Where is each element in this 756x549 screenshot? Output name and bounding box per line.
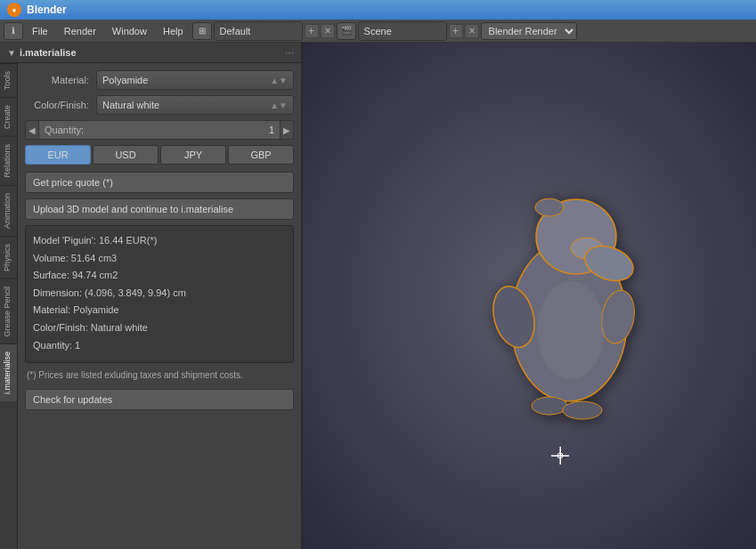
tab-animation[interactable]: Animation (0, 185, 17, 236)
blender-logo: ● (7, 3, 21, 17)
file-menu[interactable]: File (25, 22, 55, 40)
tab-relations[interactable]: Relations (0, 136, 17, 185)
layout-icon[interactable]: ⊞ (192, 22, 212, 40)
tab-grease-pencil[interactable]: Grease Pencil (0, 279, 17, 344)
renderer-select[interactable]: Blender Render Cycles Render (481, 22, 577, 40)
info-color: Color/Finish: Natural white (33, 320, 286, 336)
app-title: Blender (27, 4, 67, 16)
info-icon-btn[interactable]: ℹ (4, 22, 23, 40)
svg-point-8 (563, 401, 602, 419)
material-select[interactable]: Polyamide ▲▼ (96, 70, 294, 90)
add-workspace-btn[interactable]: + (305, 24, 319, 38)
close-workspace-btn[interactable]: ✕ (321, 24, 335, 38)
title-bar: ● Blender (0, 0, 756, 20)
material-label: Material: (25, 75, 96, 85)
material-field-row: Material: Polyamide ▲▼ (25, 70, 294, 90)
info-box: Model 'Piguin': 16.44 EUR(*) Volume: 51.… (25, 225, 294, 363)
help-menu[interactable]: Help (156, 22, 191, 40)
panel-with-tabs: Tools Create Relations Animation Physics… (0, 63, 301, 549)
check-updates-btn[interactable]: Check for updates (25, 389, 294, 410)
material-dropdown-arrow: ▲▼ (270, 76, 288, 85)
currency-eur-btn[interactable]: EUR (25, 145, 91, 165)
currency-row: EUR USD JPY GBP (25, 145, 294, 165)
quantity-value: 1 (269, 125, 274, 135)
panel-content: Material: Polyamide ▲▼ Color/Finish: Nat… (18, 63, 301, 549)
upload-btn[interactable]: Upload 3D model and continue to i.materi… (25, 198, 294, 220)
tab-create[interactable]: Create (0, 97, 17, 136)
render-menu[interactable]: Render (57, 22, 103, 40)
menu-bar: ℹ File Render Window Help ⊞ Default + ✕ … (0, 20, 756, 43)
window-menu[interactable]: Window (105, 22, 154, 40)
quantity-row: ◀ Quantity: 1 ▶ (25, 120, 294, 140)
main-area: ▼ i.materialise ··· Tools Create Relatio… (0, 43, 756, 549)
add-scene-btn[interactable]: + (449, 24, 463, 38)
currency-eur-label: EUR (47, 149, 68, 160)
color-label: Color/Finish: (25, 100, 96, 110)
model-svg (471, 143, 667, 481)
get-price-label: Get price quote (*) (33, 177, 113, 188)
3d-viewport[interactable] (303, 43, 756, 549)
svg-point-5 (535, 198, 564, 216)
quantity-label: Quantity: (45, 125, 84, 135)
quantity-input[interactable]: Quantity: 1 (39, 120, 280, 140)
currency-usd-btn[interactable]: USD (93, 145, 159, 165)
currency-gbp-btn[interactable]: GBP (228, 145, 294, 165)
material-value: Polyamide (102, 75, 148, 85)
quantity-increase-btn[interactable]: ▶ (280, 120, 294, 140)
side-panel: ▼ i.materialise ··· Tools Create Relatio… (0, 43, 303, 549)
vertical-tabs: Tools Create Relations Animation Physics… (0, 63, 18, 549)
footer-note: (*) Prices are listed exluding taxes and… (25, 370, 294, 380)
get-price-btn[interactable]: Get price quote (*) (25, 172, 294, 193)
color-dropdown-arrow: ▲▼ (270, 101, 288, 110)
3d-model (471, 143, 667, 483)
panel-title: i.materialise (20, 47, 77, 58)
info-quantity: Quantity: 1 (33, 338, 286, 354)
info-model: Model 'Piguin': 16.44 EUR(*) (33, 233, 286, 249)
panel-collapse-arrow[interactable]: ▼ (7, 48, 16, 58)
upload-label: Upload 3D model and continue to i.materi… (33, 204, 233, 214)
3d-cursor (551, 447, 569, 464)
check-updates-label: Check for updates (33, 394, 112, 405)
quantity-decrease-btn[interactable]: ◀ (25, 120, 39, 140)
close-scene-btn[interactable]: ✕ (465, 24, 479, 38)
svg-point-7 (532, 397, 567, 415)
svg-point-9 (537, 281, 605, 379)
workspace-selector[interactable]: Default (214, 21, 303, 41)
scene-icon[interactable]: 🎬 (337, 22, 356, 40)
info-dimension: Dimension: (4.096, 3.849, 9.94) cm (33, 286, 286, 302)
footer-note-text: (*) Prices are listed exluding taxes and… (27, 370, 243, 380)
color-select[interactable]: Natural white ▲▼ (96, 95, 294, 115)
info-surface: Surface: 94.74 cm2 (33, 268, 286, 284)
info-material: Material: Polyamide (33, 303, 286, 319)
currency-usd-label: USD (115, 149, 135, 160)
svg-point-12 (557, 453, 563, 458)
panel-header: ▼ i.materialise ··· (0, 43, 301, 63)
currency-jpy-label: JPY (184, 149, 202, 160)
workspace-label: Default (220, 26, 251, 36)
tab-physics[interactable]: Physics (0, 236, 17, 279)
scene-selector[interactable]: Scene (358, 21, 447, 41)
color-value: Natural white (102, 100, 159, 110)
currency-gbp-label: GBP (250, 149, 271, 160)
info-volume: Volume: 51.64 cm3 (33, 251, 286, 267)
tab-i-materialise[interactable]: i.materialise (0, 343, 17, 401)
currency-jpy-btn[interactable]: JPY (160, 145, 226, 165)
tab-tools[interactable]: Tools (0, 63, 17, 97)
panel-options[interactable]: ··· (285, 46, 294, 59)
scene-label: Scene (364, 26, 392, 36)
color-field-row: Color/Finish: Natural white ▲▼ (25, 95, 294, 115)
